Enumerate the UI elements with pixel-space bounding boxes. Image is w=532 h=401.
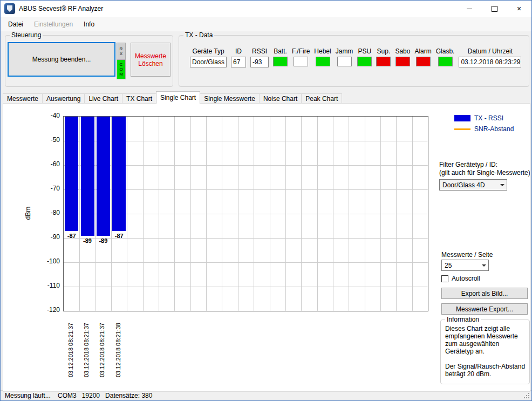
maximize-icon	[492, 6, 497, 12]
tab-messwerte[interactable]: Messwerte	[3, 93, 43, 104]
maximize-button[interactable]	[482, 1, 507, 17]
tab-single-chart[interactable]: Single Chart	[156, 91, 200, 104]
tx-field-label: Geräte Typ	[192, 47, 224, 55]
menu-item-einstellungen[interactable]: Einstellungen	[29, 17, 78, 31]
status-port: COM3	[55, 392, 79, 399]
com-indicator-label: COM	[119, 62, 124, 77]
tx-status-indicator	[337, 57, 352, 66]
minimize-icon	[467, 9, 472, 9]
close-icon: ×	[517, 4, 521, 13]
tx-data-group: TX - Data Geräte TypDoor/GlassID67RSSI-9…	[179, 35, 529, 87]
legend-label: SNR-Abstand	[474, 125, 514, 133]
app-icon	[4, 3, 15, 14]
filter-device-select[interactable]: Door/Glass 4D	[439, 179, 507, 191]
tab-live-chart[interactable]: Live Chart	[84, 93, 122, 104]
caption-buttons: ×	[457, 1, 531, 17]
tx-field-label: Jamm	[336, 47, 353, 55]
tx-field-label: Hebel	[314, 47, 331, 55]
tx-status-indicator	[294, 57, 308, 66]
chart-legend: TX - RSSISNR-Abstand	[454, 114, 514, 133]
stop-measurement-button[interactable]: Messung beenden...	[8, 42, 115, 77]
tab-strip: MesswerteAuswertungLive ChartTX ChartSin…	[3, 92, 529, 104]
export-image-button[interactable]: Export als Bild...	[441, 288, 528, 299]
rx-indicator-label: RX	[119, 46, 124, 56]
tx-column-f-fire: F./Fire	[292, 47, 310, 66]
rssi-bar	[97, 117, 110, 236]
legend-swatch	[454, 115, 470, 121]
tx-column-alarm: Alarm	[414, 47, 431, 66]
information-group: Information Dieses Chart zeigt alle empf…	[440, 320, 530, 384]
title-bar: ABUS Secvest® RF Analyzer ×	[1, 1, 531, 17]
minimize-button[interactable]	[457, 1, 482, 17]
tx-column-id: ID67	[231, 47, 246, 67]
resize-grip[interactable]	[528, 397, 529, 398]
tx-column-sup: Sup.	[376, 47, 391, 66]
app-window: ABUS Secvest® RF Analyzer × DateiEinstel…	[0, 0, 532, 401]
y-axis-tick-label: -90	[37, 233, 60, 241]
status-text: Messung läuft...	[1, 392, 55, 399]
steuerung-group-title: Steuerung	[10, 31, 43, 39]
legend-item-tx-rssi: TX - RSSI	[454, 114, 514, 122]
tab-peak-chart[interactable]: Peak Chart	[301, 93, 342, 104]
filter-sublabel: (gilt auch für Single-Messwerte)	[439, 169, 530, 176]
menu-bar: DateiEinstellungenInfo	[1, 17, 531, 31]
legend-swatch	[454, 128, 470, 130]
autoscroll-row[interactable]: Autoscroll	[441, 275, 480, 282]
close-button[interactable]: ×	[507, 1, 531, 17]
tx-column-sabo: Sabo	[395, 47, 410, 66]
tx-status-indicator	[316, 57, 330, 66]
tx-field-value: Door/Glass	[190, 57, 227, 67]
tx-data-group-title: TX - Data	[183, 31, 214, 39]
y-axis-tick-label: -70	[37, 185, 60, 192]
per-page-label: Messwerte / Seite	[441, 251, 493, 259]
per-page-select[interactable]: 25	[441, 260, 489, 271]
rssi-bar	[81, 117, 94, 236]
y-axis-tick-label: -50	[37, 136, 60, 144]
tab-tx-chart[interactable]: TX Chart	[122, 93, 156, 104]
tx-field-value: 67	[231, 57, 246, 67]
x-axis-tick-label: 03.12.2018 08:21:37	[83, 323, 90, 377]
tx-field-label: RSSI	[252, 47, 267, 55]
information-text-1: Dieses Chart zeigt alle empfangenen Mess…	[445, 325, 526, 355]
filter-label: Filter Gerätetyp / ID:	[439, 161, 497, 168]
y-axis-tick-label: -40	[37, 112, 60, 119]
autoscroll-checkbox[interactable]	[441, 275, 448, 282]
tx-column-glasb: Glasb.	[436, 47, 455, 66]
tx-field-value: 03.12.2018 08:23:29	[459, 57, 521, 67]
tx-status-indicator	[438, 57, 453, 66]
y-axis-title: dBm	[24, 207, 32, 220]
tx-column-hebel: Hebel	[314, 47, 331, 66]
tx-field-value: -93	[250, 57, 269, 67]
tx-column-jamm: Jamm	[336, 47, 353, 66]
tx-row: Geräte TypDoor/GlassID67RSSI-93Batt.F./F…	[190, 47, 521, 67]
status-baud: 19200	[79, 392, 103, 399]
delete-measurements-button[interactable]: Messwerte Löschen	[131, 43, 170, 77]
grid-line-horizontal	[64, 262, 428, 263]
tx-status-indicator	[357, 57, 372, 66]
x-axis-tick-label: 03.12.2018 08:21:38	[115, 323, 122, 377]
export-data-button[interactable]: Messwerte Export...	[441, 303, 528, 315]
legend-item-snr-abstand: SNR-Abstand	[454, 125, 514, 133]
y-axis-tick-label: -110	[37, 282, 60, 289]
tx-field-label: Batt.	[274, 47, 287, 55]
menu-item-datei[interactable]: Datei	[3, 17, 29, 31]
autoscroll-label: Autoscroll	[452, 275, 480, 282]
shield-icon	[7, 5, 12, 12]
tx-field-label: F./Fire	[292, 47, 310, 55]
tx-column-rssi: RSSI-93	[250, 47, 269, 67]
tab-single-messwerte[interactable]: Single Messwerte	[200, 93, 260, 104]
plot-area: -87-89-89-87	[63, 116, 428, 311]
tx-field-label: Glasb.	[436, 47, 455, 55]
rx-indicator: RX	[117, 43, 126, 60]
tx-field-label: Sup.	[377, 47, 391, 55]
tx-column-batt: Batt.	[273, 47, 288, 66]
y-axis-tick-label: -80	[37, 209, 60, 216]
menu-item-info[interactable]: Info	[78, 17, 100, 31]
tab-noise-chart[interactable]: Noise Chart	[259, 93, 302, 104]
information-title: Information	[445, 316, 481, 324]
tab-auswertung[interactable]: Auswertung	[42, 93, 85, 104]
chevron-down-icon	[497, 180, 507, 190]
y-axis-tick-label: -60	[37, 160, 60, 168]
steuerung-group: Steuerung Messung beenden... RX COM Mess…	[5, 35, 173, 87]
tx-status-indicator	[416, 57, 431, 66]
